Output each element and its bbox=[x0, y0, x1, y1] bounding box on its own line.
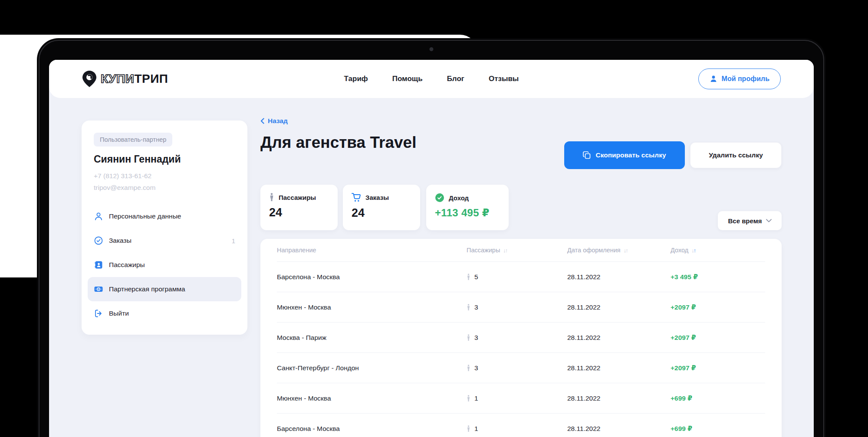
destination-cell: Мюнхен - Москва bbox=[277, 395, 467, 402]
sidebar-card: Пользователь-партнер Сиянин Геннадий +7 … bbox=[82, 121, 247, 335]
page-title: Для агенства Travel bbox=[260, 134, 416, 152]
partner-money-icon bbox=[94, 284, 103, 294]
column-income[interactable]: Доход ↓↑ bbox=[671, 247, 765, 254]
my-profile-button[interactable]: Мой профиль bbox=[698, 68, 781, 89]
user-email: tripov@exampe.com bbox=[94, 184, 235, 192]
passengers-cell: 3 bbox=[467, 334, 567, 342]
sidebar-menu: Персональные данные Заказы 1 bbox=[88, 204, 241, 326]
person-mini-icon bbox=[467, 425, 470, 432]
check-badge-icon bbox=[435, 193, 444, 202]
stat-value-income: +113 495 ₽ bbox=[435, 207, 500, 219]
user-name: Сиянин Геннадий bbox=[94, 153, 235, 165]
user-phone: +7 (812) 313-61-62 bbox=[94, 172, 235, 180]
routes-table: Направление Пассажиры ↓↑ Дата оформления… bbox=[260, 239, 782, 437]
person-mini-icon bbox=[467, 334, 470, 341]
sidebar-item-logout[interactable]: Выйти bbox=[88, 301, 241, 326]
my-profile-label: Мой профиль bbox=[722, 75, 769, 83]
delete-link-button[interactable]: Удалить ссылку bbox=[690, 142, 782, 168]
back-link[interactable]: Назад bbox=[260, 117, 288, 125]
date-cell: 28.11.2022 bbox=[567, 303, 671, 311]
orders-count-badge: 1 bbox=[232, 237, 235, 245]
table-body: Барселона - Москва 5 28.11.2022 +3 495 ₽… bbox=[277, 261, 765, 437]
stat-label: Пассажиры bbox=[279, 194, 316, 201]
sidebar-item-label: Выйти bbox=[109, 310, 129, 317]
stat-value-orders: 24 bbox=[352, 206, 411, 220]
nav-blog[interactable]: Блог bbox=[447, 75, 464, 83]
income-cell: +699 ₽ bbox=[671, 395, 765, 402]
passengers-cell: 1 bbox=[467, 425, 567, 433]
logo-text: КУПИТРИП bbox=[101, 72, 168, 86]
column-passengers[interactable]: Пассажиры ↓↑ bbox=[467, 247, 567, 254]
app-header: КУПИТРИП Тариф Помощь Блог Отзывы Мой пр… bbox=[49, 60, 814, 98]
sidebar-item-personal-data[interactable]: Персональные данные bbox=[88, 204, 241, 228]
camera-dot-icon bbox=[430, 47, 434, 51]
income-cell: +699 ₽ bbox=[671, 425, 765, 433]
income-cell: +3 495 ₽ bbox=[671, 273, 765, 281]
cart-icon bbox=[352, 193, 361, 202]
stat-value-passengers: 24 bbox=[269, 206, 329, 219]
nav-tariff[interactable]: Тариф bbox=[344, 75, 368, 83]
sidebar-item-passengers[interactable]: Пассажиры bbox=[88, 253, 241, 277]
table-row[interactable]: Барселона - Москва 5 28.11.2022 +3 495 ₽ bbox=[277, 261, 765, 292]
stat-label: Заказы bbox=[365, 194, 389, 201]
user-icon bbox=[94, 212, 103, 221]
date-cell: 28.11.2022 bbox=[567, 273, 671, 281]
check-circle-icon bbox=[94, 236, 103, 245]
stat-label: Доход bbox=[449, 194, 469, 202]
table-row[interactable]: Санкт-Петербург - Лондон 3 28.11.2022 +2… bbox=[277, 352, 765, 383]
table-row[interactable]: Мюнхен - Москва 1 28.11.2022 +699 ₽ bbox=[277, 383, 765, 413]
table-row[interactable]: Москва - Париж 3 28.11.2022 +2097 ₽ bbox=[277, 322, 765, 352]
person-mini-icon bbox=[467, 395, 470, 402]
sidebar-item-label: Пассажиры bbox=[109, 261, 145, 269]
logo[interactable]: КУПИТРИП bbox=[82, 70, 168, 88]
person-icon bbox=[269, 193, 274, 202]
income-cell: +2097 ₽ bbox=[671, 364, 765, 372]
date-cell: 28.11.2022 bbox=[567, 395, 671, 402]
person-mini-icon bbox=[467, 365, 470, 372]
person-mini-icon bbox=[467, 304, 470, 311]
passengers-cell: 3 bbox=[467, 364, 567, 372]
period-filter-value: Все время bbox=[728, 217, 762, 225]
table-row[interactable]: Мюнхен - Москва 3 28.11.2022 +2097 ₽ bbox=[277, 292, 765, 322]
sidebar-item-label: Персональные данные bbox=[109, 212, 181, 220]
sort-icons: ↓↑ bbox=[503, 247, 507, 254]
main-content: Пользователь-партнер Сиянин Геннадий +7 … bbox=[49, 98, 814, 437]
delete-link-label: Удалить ссылку bbox=[709, 151, 763, 159]
sidebar-item-orders[interactable]: Заказы 1 bbox=[88, 228, 241, 253]
user-avatar-icon bbox=[710, 75, 717, 83]
table-row[interactable]: Барселона - Москва 1 28.11.2022 +699 ₽ bbox=[277, 413, 765, 437]
passengers-cell: 3 bbox=[467, 303, 567, 311]
column-date[interactable]: Дата оформления ↓↑ bbox=[567, 247, 671, 254]
sort-icons-active: ↓↑ bbox=[691, 247, 695, 254]
sidebar-item-label: Заказы bbox=[109, 237, 132, 245]
period-filter-dropdown[interactable]: Все время bbox=[718, 211, 782, 230]
column-destination[interactable]: Направление bbox=[277, 247, 467, 254]
role-badge: Пользователь-партнер bbox=[94, 133, 172, 147]
passengers-cell: 5 bbox=[467, 273, 567, 281]
destination-cell: Москва - Париж bbox=[277, 334, 467, 342]
stat-card-income: Доход +113 495 ₽ bbox=[426, 185, 509, 230]
destination-cell: Мюнхен - Москва bbox=[277, 303, 467, 311]
sidebar-item-partner-program[interactable]: Партнерская программа bbox=[88, 277, 241, 301]
chevron-left-icon bbox=[260, 118, 264, 124]
stat-card-orders: Заказы 24 bbox=[343, 185, 420, 230]
passengers-cell: 1 bbox=[467, 395, 567, 402]
copy-link-button[interactable]: Скопировать ссылку bbox=[564, 141, 685, 169]
chevron-down-icon bbox=[766, 219, 772, 222]
app-screen: КУПИТРИП Тариф Помощь Блог Отзывы Мой пр… bbox=[49, 60, 814, 437]
logout-icon bbox=[94, 309, 103, 318]
tablet-device-frame: КУПИТРИП Тариф Помощь Блог Отзывы Мой пр… bbox=[37, 38, 826, 437]
stat-card-passengers: Пассажиры 24 bbox=[260, 185, 338, 230]
map-pin-logo-icon bbox=[82, 70, 97, 88]
date-cell: 28.11.2022 bbox=[567, 334, 671, 342]
destination-cell: Барселона - Москва bbox=[277, 425, 467, 433]
person-mini-icon bbox=[467, 274, 470, 280]
date-cell: 28.11.2022 bbox=[567, 425, 671, 433]
income-cell: +2097 ₽ bbox=[671, 303, 765, 311]
copy-link-label: Скопировать ссылку bbox=[595, 151, 666, 159]
nav-help[interactable]: Помощь bbox=[392, 75, 423, 83]
sidebar-item-label: Партнерская программа bbox=[109, 285, 185, 293]
date-cell: 28.11.2022 bbox=[567, 364, 671, 372]
nav-reviews[interactable]: Отзывы bbox=[489, 75, 519, 83]
destination-cell: Барселона - Москва bbox=[277, 273, 467, 281]
